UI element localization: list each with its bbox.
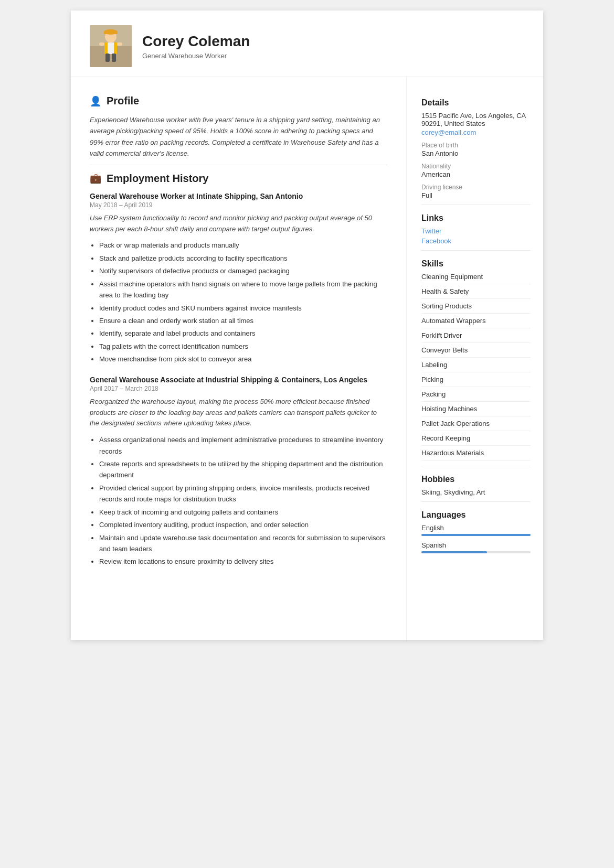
employment-label: Employment History xyxy=(107,173,208,185)
resume-container: Corey Coleman General Warehouse Worker 👤… xyxy=(71,10,543,640)
language-spanish: Spanish xyxy=(421,541,531,553)
skill-item: Automated Wrappers xyxy=(421,317,531,328)
lang-bar-fill-english xyxy=(421,534,531,536)
profile-icon: 👤 xyxy=(90,95,101,107)
lang-bar-bg-spanish xyxy=(421,551,531,553)
main-layout: 👤 Profile Experienced Warehouse worker w… xyxy=(71,77,543,640)
divider-languages xyxy=(421,501,531,502)
profile-label: Profile xyxy=(107,95,139,107)
job-2: General Warehouse Associate at Industria… xyxy=(90,376,387,567)
lang-name-spanish: Spanish xyxy=(421,541,531,549)
employment-icon: 💼 xyxy=(90,173,101,184)
divider-hobbies xyxy=(421,466,531,466)
lang-name-english: English xyxy=(421,524,531,532)
candidate-name: Corey Coleman xyxy=(142,33,250,50)
svg-rect-10 xyxy=(105,53,110,62)
divider-links xyxy=(421,205,531,205)
skill-item: Packing xyxy=(421,390,531,402)
list-item: Stack and palletize products according t… xyxy=(99,253,387,264)
list-item: Tag pallets with the correct identificat… xyxy=(99,341,387,352)
detail-address: 1515 Pacific Ave, Los Angeles, CA 90291,… xyxy=(421,112,531,127)
candidate-subtitle: General Warehouse Worker xyxy=(142,52,250,60)
svg-rect-6 xyxy=(104,42,108,54)
skill-item: Forklift Driver xyxy=(421,331,531,343)
hobbies-heading: Hobbies xyxy=(421,475,531,484)
skill-item: Health & Safety xyxy=(421,287,531,299)
list-item: Provided clerical support by printing sh… xyxy=(99,483,387,505)
driving-license-label: Driving license xyxy=(421,184,531,191)
divider-1 xyxy=(90,165,387,165)
list-item: Identify, separate and label products an… xyxy=(99,328,387,339)
job-1: General Warehouse Worker at Intinate Shi… xyxy=(90,192,387,365)
left-column: 👤 Profile Experienced Warehouse worker w… xyxy=(71,77,407,640)
details-heading: Details xyxy=(421,98,531,108)
header-text: Corey Coleman General Warehouse Worker xyxy=(142,33,250,60)
list-item: Pack or wrap materials and products manu… xyxy=(99,240,387,251)
job-2-desc: Reorganized the warehouse layout, making… xyxy=(90,397,387,429)
link-twitter[interactable]: Twitter xyxy=(421,227,531,235)
skill-item: Hoisting Machines xyxy=(421,405,531,416)
svg-rect-11 xyxy=(112,53,116,62)
avatar xyxy=(90,25,132,67)
skill-item: Picking xyxy=(421,376,531,387)
job-1-desc: Use ERP system functionality to record a… xyxy=(90,213,387,235)
list-item: Keep track of incoming and outgoing pall… xyxy=(99,507,387,518)
detail-email[interactable]: corey@email.com xyxy=(421,128,531,136)
svg-rect-7 xyxy=(114,42,117,54)
languages-heading: Languages xyxy=(421,510,531,520)
employment-section-heading: 💼 Employment History xyxy=(90,173,387,185)
list-item: Ensure a clean and orderly work station … xyxy=(99,315,387,326)
job-2-date: April 2017 – March 2018 xyxy=(90,385,387,392)
skill-item: Sorting Products xyxy=(421,302,531,314)
list-item: Move merchandise from pick slot to conve… xyxy=(99,353,387,365)
language-english: English xyxy=(421,524,531,536)
job-1-date: May 2018 – April 2019 xyxy=(90,201,387,209)
skill-item: Pallet Jack Operations xyxy=(421,420,531,431)
list-item: Assist machine operators with hand signa… xyxy=(99,278,387,301)
links-heading: Links xyxy=(421,213,531,223)
job-2-bullets: Assess organizational needs and implemen… xyxy=(90,434,387,567)
resume-header: Corey Coleman General Warehouse Worker xyxy=(71,10,543,77)
job-2-title: General Warehouse Associate at Industria… xyxy=(90,376,387,384)
nationality-label: Nationality xyxy=(421,163,531,170)
svg-rect-9 xyxy=(117,42,122,46)
detail-driving-license: Full xyxy=(421,191,531,199)
job-1-bullets: Pack or wrap materials and products manu… xyxy=(90,240,387,365)
detail-place-of-birth: San Antonio xyxy=(421,149,531,157)
divider-skills xyxy=(421,250,531,251)
link-facebook[interactable]: Facebook xyxy=(421,237,531,245)
svg-rect-4 xyxy=(104,32,118,34)
list-item: Review item locations to ensure proximit… xyxy=(99,556,387,567)
svg-rect-8 xyxy=(99,42,104,46)
lang-bar-fill-spanish xyxy=(421,551,487,553)
list-item: Completed inventory auditing, product in… xyxy=(99,519,387,530)
skill-item: Labeling xyxy=(421,361,531,372)
lang-bar-bg-english xyxy=(421,534,531,536)
detail-nationality: American xyxy=(421,170,531,178)
skills-heading: Skills xyxy=(421,259,531,269)
list-item: Maintain and update warehouse task docum… xyxy=(99,532,387,555)
hobbies-text: Skiing, Skydiving, Art xyxy=(421,488,531,496)
skill-item: Record Keeping xyxy=(421,434,531,446)
list-item: Notify supervisors of defective products… xyxy=(99,265,387,276)
profile-text: Experienced Warehouse worker with five y… xyxy=(90,114,387,159)
skill-item: Cleaning Equipment xyxy=(421,273,531,284)
list-item: Create reports and spreadsheets to be ut… xyxy=(99,458,387,481)
right-column: Details 1515 Pacific Ave, Los Angeles, C… xyxy=(407,77,543,640)
place-of-birth-label: Place of birth xyxy=(421,142,531,149)
skill-item: Hazardous Materials xyxy=(421,449,531,460)
skill-item: Conveyor Belts xyxy=(421,346,531,358)
job-1-title: General Warehouse Worker at Intinate Shi… xyxy=(90,192,387,200)
list-item: Assess organizational needs and implemen… xyxy=(99,434,387,457)
list-item: Identify product codes and SKU numbers a… xyxy=(99,303,387,314)
profile-section-heading: 👤 Profile xyxy=(90,95,387,107)
